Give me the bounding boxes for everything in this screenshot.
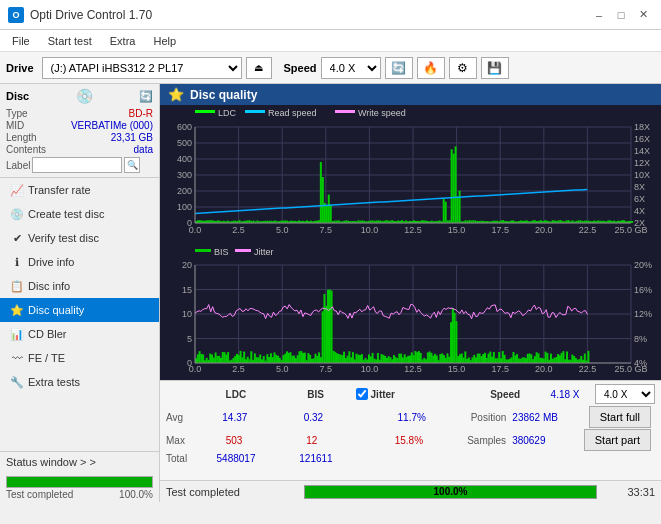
disc-mid-value: VERBATIMe (000)	[71, 120, 153, 131]
max-label: Max	[166, 434, 195, 446]
jitter-checkbox[interactable]	[356, 388, 368, 400]
disc-icon: 💿	[76, 88, 93, 104]
disc-type-row: Type BD-R	[6, 108, 153, 119]
extra-tests-icon: 🔧	[10, 375, 24, 389]
stats-bis-header: BIS	[276, 388, 356, 400]
sidebar-progress-fill	[7, 477, 152, 487]
stats-avg-row: Avg 14.37 0.32 11.7% Position 23862 MB S…	[166, 406, 655, 428]
save-button[interactable]: 💾	[481, 57, 509, 79]
disc-type-value: BD-R	[129, 108, 153, 119]
stats-area: LDC BIS Jitter Speed 4.18 X	[160, 380, 661, 480]
settings-button[interactable]: ⚙	[449, 57, 477, 79]
burn-button[interactable]: 🔥	[417, 57, 445, 79]
sidebar-progress-bg	[6, 476, 153, 488]
sidebar-status-text: Test completed	[6, 489, 73, 500]
avg-label: Avg	[166, 411, 195, 423]
disc-contents-label: Contents	[6, 144, 46, 155]
speed-select[interactable]: 4.0 X	[321, 57, 381, 79]
disc-length-value: 23,31 GB	[111, 132, 153, 143]
avg-bis: 0.32	[274, 411, 353, 423]
drive-label: Drive	[6, 62, 34, 74]
menubar-item-start-test[interactable]: Start test	[40, 33, 100, 49]
sidebar-item-fe-te[interactable]: 〰FE / TE	[0, 346, 159, 370]
bottom-status-text: Test completed	[166, 486, 296, 498]
titlebar-left: O Opti Drive Control 1.70	[8, 7, 152, 23]
chart-bottom	[160, 243, 661, 381]
sidebar-progress-text: 100.0%	[119, 489, 153, 500]
menubar-item-help[interactable]: Help	[145, 33, 184, 49]
drive-info-icon: ℹ	[10, 255, 24, 269]
sidebar-item-drive-info[interactable]: ℹDrive info	[0, 250, 159, 274]
eject-button[interactable]: ⏏	[246, 57, 272, 79]
disc-type-label: Type	[6, 108, 28, 119]
disc-contents-value: data	[134, 144, 153, 155]
disc-quality-icon: ⭐	[10, 303, 24, 317]
maximize-button[interactable]: □	[611, 6, 631, 24]
charts-area	[160, 105, 661, 380]
max-ldc: 503	[195, 434, 273, 446]
cd-bler-icon: 📊	[10, 327, 24, 341]
sidebar-item-verify-test-disc[interactable]: ✔Verify test disc	[0, 226, 159, 250]
extra-tests-label: Extra tests	[28, 376, 80, 388]
start-full-button[interactable]: Start full	[589, 406, 651, 428]
app-icon: O	[8, 7, 24, 23]
avg-ldc: 14.37	[195, 411, 274, 423]
disc-label-input[interactable]	[32, 157, 122, 173]
max-bis: 12	[273, 434, 351, 446]
disc-label-label: Label	[6, 160, 30, 171]
titlebar-controls: – □ ✕	[589, 6, 653, 24]
drive-select[interactable]: (J:) ATAPI iHBS312 2 PL17	[42, 57, 242, 79]
disc-length-row: Length 23,31 GB	[6, 132, 153, 143]
disc-info-icon: 📋	[10, 279, 24, 293]
fe-te-label: FE / TE	[28, 352, 65, 364]
sidebar-status-bar: Test completed 100.0%	[0, 472, 159, 502]
bottom-time: 33:31	[605, 486, 655, 498]
disc-label-row: Label 🔍	[6, 157, 153, 173]
sidebar-item-transfer-rate[interactable]: 📈Transfer rate	[0, 178, 159, 202]
nav-items: 📈Transfer rate💿Create test disc✔Verify t…	[0, 178, 159, 394]
disc-title: Disc	[6, 90, 29, 102]
disc-mid-row: MID VERBATIMe (000)	[6, 120, 153, 131]
disc-contents-row: Contents data	[6, 144, 153, 155]
disc-section: Disc 💿 🔄 Type BD-R MID VERBATIMe (000) L…	[0, 84, 159, 178]
disc-info-label: Disc info	[28, 280, 70, 292]
cd-bler-label: CD Bler	[28, 328, 67, 340]
refresh-disc-icon[interactable]: 🔄	[139, 90, 153, 103]
minimize-button[interactable]: –	[589, 6, 609, 24]
stats-ldc-header: LDC	[196, 388, 276, 400]
menubar-item-extra[interactable]: Extra	[102, 33, 144, 49]
refresh-button[interactable]: 🔄	[385, 57, 413, 79]
transfer-rate-label: Transfer rate	[28, 184, 91, 196]
drive-info-label: Drive info	[28, 256, 74, 268]
disc-quality-label: Disc quality	[28, 304, 84, 316]
start-part-button[interactable]: Start part	[584, 429, 651, 451]
sidebar-item-disc-quality[interactable]: ⭐Disc quality	[0, 298, 159, 322]
status-window-item[interactable]: Status window > >	[0, 451, 159, 472]
disc-header: Disc 💿 🔄	[6, 88, 153, 104]
stats-speed-select[interactable]: 4.0 X	[595, 384, 655, 404]
sidebar-item-extra-tests[interactable]: 🔧Extra tests	[0, 370, 159, 394]
status-window-label: Status window > >	[6, 456, 96, 468]
sidebar-status-text-row: Test completed 100.0%	[6, 489, 153, 500]
chart-top	[160, 105, 661, 243]
stats-speed-value-header: 4.18 X	[535, 388, 595, 400]
disc-quality-header: ⭐ Disc quality	[160, 84, 661, 105]
stats-max-row: Max 503 12 15.8% Samples 380629 Start pa…	[166, 429, 655, 451]
sidebar-spacer	[0, 394, 159, 451]
menubar-item-file[interactable]: File	[4, 33, 38, 49]
label-search-button[interactable]: 🔍	[124, 157, 140, 173]
bottom-progress-bg: 100.0%	[304, 485, 597, 499]
speed-label: Speed	[284, 62, 317, 74]
sidebar-item-create-test-disc[interactable]: 💿Create test disc	[0, 202, 159, 226]
total-bis: 121611	[276, 452, 356, 464]
max-jitter: 15.8%	[351, 434, 468, 446]
fe-te-icon: 〰	[10, 351, 24, 365]
close-button[interactable]: ✕	[633, 6, 653, 24]
disc-length-label: Length	[6, 132, 37, 143]
bottom-progress-text: 100.0%	[305, 486, 596, 498]
verify-test-disc-icon: ✔	[10, 231, 24, 245]
sidebar-item-disc-info[interactable]: 📋Disc info	[0, 274, 159, 298]
main-area: Disc 💿 🔄 Type BD-R MID VERBATIMe (000) L…	[0, 84, 661, 502]
content-area: ⭐ Disc quality LDC BIS	[160, 84, 661, 502]
sidebar-item-cd-bler[interactable]: 📊CD Bler	[0, 322, 159, 346]
